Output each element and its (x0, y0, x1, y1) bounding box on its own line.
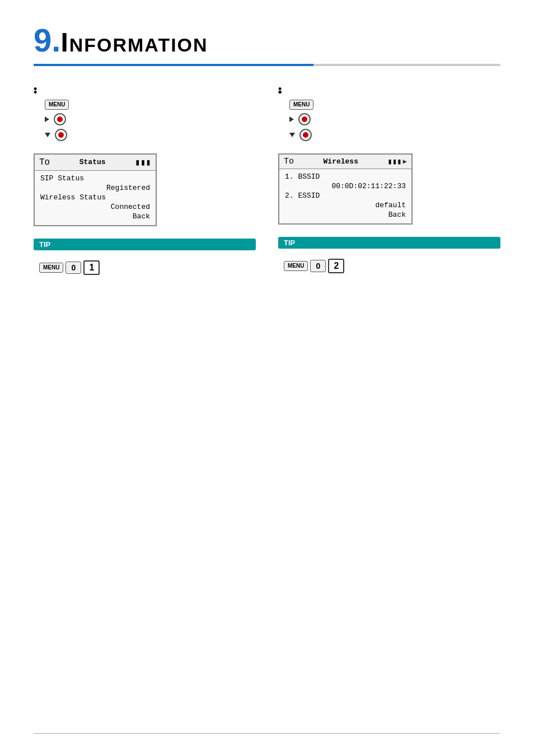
bssid-label-row: 1. BSSID (285, 172, 406, 181)
wireless-signal-icon: To (284, 157, 294, 166)
seq-1-left[interactable]: 1 (83, 260, 100, 275)
left-bullet-list (34, 83, 256, 86)
back-row-right[interactable]: Back (285, 211, 406, 219)
registered-row: Registered (40, 184, 150, 192)
select-circle-left-2[interactable] (55, 129, 67, 141)
charge-arrow-icon: ▶ (403, 157, 407, 166)
footer-rule (34, 733, 500, 734)
left-nav-cluster: MENU (45, 100, 256, 141)
menu-key-left[interactable]: MENU (45, 100, 69, 110)
arrow-down-icon-left (45, 133, 50, 137)
essid-value: default (375, 201, 406, 209)
right-nav-line-1: MENU (289, 100, 500, 110)
bssid-label: 1. BSSID (285, 172, 320, 181)
back-row-left[interactable]: Back (40, 212, 150, 221)
left-nav-line-3 (45, 129, 256, 141)
seq-menu-left[interactable]: MENU (39, 263, 63, 273)
essid-value-row: default (285, 201, 406, 209)
select-circle-right-2[interactable] (299, 129, 312, 141)
arrow-down-icon-right (289, 133, 295, 137)
seq-0-right[interactable]: 0 (310, 260, 326, 272)
battery-bars: ▮▮▮ (387, 157, 401, 166)
status-screen: To Status ▮▮▮ SIP Status Registered Wire… (34, 153, 157, 226)
page-title: 9.Information (34, 22, 500, 58)
connected-value: Connected (111, 203, 150, 211)
select-circle-right-1[interactable] (298, 113, 311, 125)
left-nav-line-1: MENU (45, 100, 256, 110)
sip-status-label: SIP Status (40, 174, 84, 183)
chapter-number: 9. (34, 22, 60, 58)
back-label-left: Back (133, 212, 150, 221)
wireless-status-row: Wireless Status (40, 193, 150, 202)
registered-value: Registered (106, 184, 150, 192)
battery-charge-icon: ▮▮▮ ▶ (387, 157, 407, 166)
page-header: 9.Information (0, 0, 534, 58)
tip-badge-left: TIP (34, 239, 256, 250)
back-label-right: Back (388, 211, 406, 219)
wireless-status-label: Wireless Status (40, 193, 106, 202)
key-sequence-right: MENU 0 2 (284, 259, 500, 273)
seq-2-right[interactable]: 2 (328, 259, 344, 273)
seq-menu-right[interactable]: MENU (284, 261, 308, 271)
right-column: MENU To Wireless ▮▮▮ ▶ (278, 83, 500, 277)
screen-title-left: Status (79, 158, 106, 166)
wireless-screen-body: 1. BSSID 00:0D:02:11:22:33 2. ESSID defa… (279, 169, 411, 223)
sip-status-row: SIP Status (40, 174, 150, 183)
arrow-right-icon-right (289, 116, 294, 122)
select-circle-left-1[interactable] (54, 113, 66, 125)
battery-icon-left: ▮▮▮ (135, 157, 151, 168)
bssid-value-row: 00:0D:02:11:22:33 (285, 182, 406, 190)
wireless-screen: To Wireless ▮▮▮ ▶ 1. BSSID 00:0D:02:11:2… (278, 153, 413, 225)
right-nav-line-3 (289, 129, 500, 141)
right-bullet-list (278, 83, 500, 86)
essid-label: 2. ESSID (285, 192, 320, 200)
wireless-screen-title: Wireless (324, 157, 358, 166)
left-nav-line-2 (45, 113, 256, 125)
arrow-right-icon-left (45, 116, 49, 122)
right-nav-line-2 (289, 113, 500, 125)
connected-row: Connected (40, 203, 150, 211)
essid-label-row: 2. ESSID (285, 192, 406, 200)
left-column: MENU To Status ▮▮▮ SIP Status (34, 83, 256, 277)
chapter-title: Information (60, 27, 208, 57)
wireless-screen-header: To Wireless ▮▮▮ ▶ (279, 155, 411, 169)
screen-header-left: To Status ▮▮▮ (35, 155, 156, 171)
tip-badge-right: TIP (278, 237, 500, 249)
main-content: MENU To Status ▮▮▮ SIP Status (0, 66, 534, 277)
signal-icon-left: To (39, 157, 50, 167)
menu-key-right[interactable]: MENU (289, 100, 313, 110)
seq-0-left[interactable]: 0 (65, 262, 81, 274)
bssid-value: 00:0D:02:11:22:33 (331, 182, 406, 190)
right-nav-cluster: MENU (289, 100, 500, 141)
key-sequence-left: MENU 0 1 (39, 260, 256, 275)
screen-body-left: SIP Status Registered Wireless Status Co… (35, 171, 156, 225)
